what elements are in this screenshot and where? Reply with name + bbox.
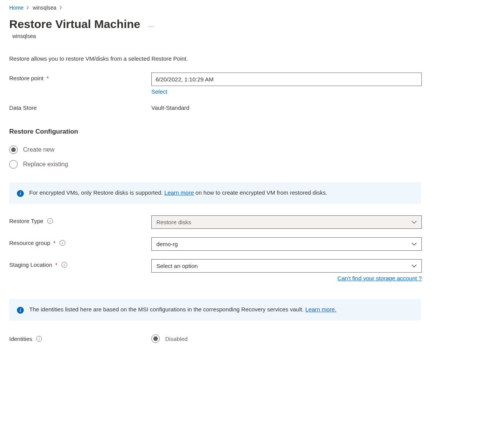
- chevron-down-icon: [411, 220, 417, 224]
- info-icon: i: [17, 307, 24, 314]
- cant-find-storage-link[interactable]: Can't find your storage account ?: [151, 275, 422, 281]
- encrypted-banner-text-post: on how to create encrypted VM from resto…: [194, 189, 328, 196]
- chevron-down-icon: [411, 264, 417, 268]
- chevron-right-icon: [27, 5, 30, 11]
- chevron-down-icon: [411, 242, 417, 246]
- create-new-radio[interactable]: Create new: [9, 146, 495, 154]
- required-star-icon: *: [53, 240, 56, 246]
- resource-group-label: Resource group* i: [9, 237, 151, 246]
- info-icon: i: [17, 190, 24, 197]
- more-menu-button[interactable]: ···: [148, 23, 154, 30]
- staging-location-select[interactable]: Select an option: [151, 259, 422, 273]
- radio-icon: [9, 160, 18, 169]
- identities-learn-more-link[interactable]: Learn more.: [305, 306, 337, 313]
- required-star-icon: *: [55, 261, 58, 268]
- page-subtitle: winsqlsea: [12, 33, 495, 39]
- select-restore-point-link[interactable]: Select: [151, 88, 167, 95]
- replace-existing-label: Replace existing: [23, 161, 68, 168]
- replace-existing-radio[interactable]: Replace existing: [9, 160, 495, 169]
- restore-config-radio-group: Create new Replace existing: [9, 146, 495, 169]
- page-title: Restore Virtual Machine: [9, 18, 140, 31]
- create-new-label: Create new: [23, 146, 55, 153]
- encrypted-vms-info-banner: i For encrypted VMs, only Restore disks …: [9, 182, 421, 204]
- breadcrumb: Home winsqlsea: [9, 5, 495, 11]
- required-star-icon: *: [46, 75, 49, 81]
- page-description: Restore allows you to restore VM/disks f…: [9, 55, 495, 62]
- identities-banner-text: The identities listed here are based on …: [29, 306, 305, 313]
- restore-point-label: Restore point*: [9, 73, 151, 81]
- radio-icon: [9, 146, 18, 154]
- identities-info-banner: i The identities listed here are based o…: [9, 299, 421, 321]
- identities-disabled-radio[interactable]: Disabled: [151, 334, 187, 343]
- breadcrumb-home[interactable]: Home: [9, 5, 23, 11]
- restore-configuration-heading: Restore Configuration: [9, 128, 495, 136]
- restore-type-label: Restore Type i: [9, 215, 151, 224]
- info-icon[interactable]: i: [36, 336, 42, 342]
- identities-label: Identities i: [9, 336, 151, 342]
- staging-location-label: Staging Location* i: [9, 259, 151, 268]
- identities-value-label: Disabled: [165, 336, 187, 342]
- restore-point-input[interactable]: [151, 73, 422, 86]
- encrypted-banner-text-pre: For encrypted VMs, only Restore disks is…: [29, 189, 164, 196]
- radio-icon: [151, 334, 160, 343]
- info-icon[interactable]: i: [61, 262, 67, 268]
- data-store-value: Vault-Standard: [151, 102, 422, 111]
- chevron-right-icon: [60, 5, 63, 11]
- restore-type-select: Restore disks: [151, 215, 422, 229]
- breadcrumb-vm[interactable]: winsqlsea: [33, 5, 56, 11]
- info-icon[interactable]: i: [47, 218, 53, 224]
- encrypted-learn-more-link[interactable]: Learn more: [164, 189, 194, 196]
- data-store-label: Data Store: [9, 102, 151, 111]
- resource-group-select[interactable]: demo-rg: [151, 237, 422, 251]
- info-icon[interactable]: i: [60, 240, 65, 246]
